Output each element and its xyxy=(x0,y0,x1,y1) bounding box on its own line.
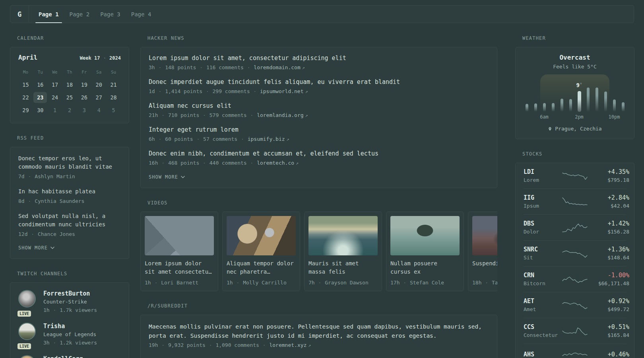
rss-item-title[interactable]: Sed volutpat nulla nisl, a condimentum n… xyxy=(18,212,121,229)
separator-dot: · xyxy=(403,280,407,286)
nav-tab[interactable]: Page 3 xyxy=(100,6,121,23)
separator-dot: · xyxy=(253,88,257,94)
hn-item-title[interactable]: Aliquam nec cursus elit xyxy=(149,101,489,111)
rss-show-more-button[interactable]: SHOW MORE xyxy=(18,245,54,251)
stock-ticker[interactable]: SNRC xyxy=(524,246,562,253)
stock-ticker[interactable]: CCS xyxy=(524,323,562,331)
stock-ticker[interactable]: DBS xyxy=(524,220,562,227)
stock-spark xyxy=(562,325,588,337)
stock-row[interactable]: DBS Dolor +1.42% $156.28 xyxy=(524,214,626,240)
hn-item-domain-link[interactable]: loremdomain.com xyxy=(254,64,300,70)
video-title[interactable]: Nullam posuere cursus ex xyxy=(390,259,460,276)
hn-item-comments-link[interactable]: 299 comments xyxy=(213,88,250,94)
stock-values: +2.84% $42.04 xyxy=(588,194,629,209)
stock-row[interactable]: AHS +0.46% xyxy=(524,344,626,358)
stock-change-percent: +0.92% xyxy=(588,298,629,305)
subreddit-post-comments-link[interactable]: 1,090 comments xyxy=(215,342,259,348)
hn-item-age: 21h xyxy=(149,112,158,118)
stock-values: +0.46% xyxy=(588,351,629,358)
hn-item-title[interactable]: Lorem ipsum dolor sit amet, consectetur … xyxy=(149,54,489,63)
video-age: 1h xyxy=(227,280,233,286)
video-thumbnail[interactable] xyxy=(227,216,296,255)
video-thumbnail[interactable] xyxy=(472,216,497,255)
hn-item-domain-link[interactable]: loremlandia.org xyxy=(257,112,303,118)
subreddit-post-title[interactable]: Maecenas mollis pulvinar erat non posuer… xyxy=(149,322,489,340)
stock-ticker[interactable]: AHS xyxy=(524,351,562,358)
nav-tab[interactable]: Page 4 xyxy=(131,6,152,23)
stock-row[interactable]: AET Amet +0.92% $499.72 xyxy=(524,292,626,318)
subreddit-post-meta: 19h · 9,932 points · 1,090 comments · lo… xyxy=(149,341,489,349)
video-title[interactable]: Suspendisse diam xyxy=(472,259,497,276)
hn-item-title[interactable]: Donec imperdiet augue tincidunt felis al… xyxy=(149,78,489,87)
hn-item-title[interactable]: Integer eget rutrum lorem xyxy=(149,125,489,134)
stock-identity: SNRC Sit xyxy=(524,246,562,261)
twitch-channel-name[interactable]: Trisha xyxy=(43,323,97,330)
stock-row[interactable]: SNRC Sit +1.36% $148.64 xyxy=(524,240,626,266)
hn-item-comments-link[interactable]: 116 comments xyxy=(206,64,244,70)
weather-widget-title: WEATHER xyxy=(522,35,634,41)
stock-change-percent: +0.51% xyxy=(588,323,629,331)
stock-ticker[interactable]: IIG xyxy=(524,194,562,201)
video-title[interactable]: Aliquam tempor dolor nec pharetra… xyxy=(227,259,296,276)
calendar-day: 18 xyxy=(62,78,77,91)
external-link-icon: ↗ xyxy=(296,160,299,166)
twitch-channel-game[interactable]: Counter-Strike xyxy=(43,299,97,305)
separator-dot: · xyxy=(27,173,31,179)
twitch-channel-name[interactable]: ForrestBurton xyxy=(43,290,97,297)
stock-ticker[interactable]: CRN xyxy=(524,272,562,279)
video-title[interactable]: Lorem ipsum dolor sit amet consectetu… xyxy=(145,259,214,276)
video-thumbnail[interactable] xyxy=(390,216,460,255)
video-card[interactable]: Nullam posuere cursus ex 17h · Stefan Co… xyxy=(386,212,464,291)
weekday-label: Sa xyxy=(91,70,106,75)
twitch-channel-name[interactable]: KendallCarr xyxy=(43,355,83,358)
stock-row[interactable]: CCS Consectetur +0.51% $165.84 xyxy=(524,318,626,344)
video-thumbnail[interactable] xyxy=(145,216,214,255)
video-card[interactable]: Suspendisse diam 18h · Tara xyxy=(468,212,497,291)
stock-ticker[interactable]: AET xyxy=(524,298,562,305)
hackernews-show-more-button[interactable]: SHOW MORE xyxy=(149,174,185,180)
stock-change-percent: +2.84% xyxy=(588,194,629,201)
nav-tab[interactable]: Page 2 xyxy=(69,6,90,23)
calendar-card: April Week 17 · 2024 Mo Tu We Th xyxy=(10,47,129,123)
weekday-label: Tu xyxy=(33,70,48,75)
rss-item-title[interactable]: Donec tempor eros leo, ut commodo mauris… xyxy=(18,154,121,171)
stock-company-name: Sit xyxy=(524,255,562,261)
calendar-widget-title: CALENDAR xyxy=(17,35,129,41)
video-age: 17h xyxy=(390,280,400,286)
weather-bar xyxy=(534,103,537,112)
twitch-card: LIVE ForrestBurton Counter-Strike 1h · 1… xyxy=(10,282,129,358)
stock-row[interactable]: LDI Lorem +4.35% $795.18 xyxy=(524,163,626,189)
video-card[interactable]: Lorem ipsum dolor sit amet consectetu… 1… xyxy=(140,212,218,291)
stocks-widget-title: STOCKS xyxy=(522,151,634,157)
weather-location-text: Prague, Czechia xyxy=(555,126,601,132)
video-card[interactable]: Mauris sit amet massa felis 7h · Grayson… xyxy=(304,212,382,291)
rss-item-title[interactable]: In hac habitasse platea xyxy=(18,187,121,196)
twitch-channel-row: LIVE Trisha League of Legends 3h · 1.2k … xyxy=(18,323,121,347)
video-thumbnail[interactable] xyxy=(308,216,378,255)
hn-item-comments-link[interactable]: 57 comments xyxy=(203,136,237,142)
twitch-channel-viewers: 1h · 1.7k viewers xyxy=(43,306,97,314)
hn-item-domain-link[interactable]: loremtech.co xyxy=(257,160,294,166)
content-columns: CALENDAR April Week 17 · 2024 Mo Tu We xyxy=(0,35,644,358)
map-pin-icon xyxy=(548,126,552,132)
stock-price: $795.18 xyxy=(588,177,629,183)
twitch-channel-game[interactable]: League of Legends xyxy=(43,331,97,337)
video-card[interactable]: Aliquam tempor dolor nec pharetra… 1h · … xyxy=(222,212,300,291)
videos-carousel: Lorem ipsum dolor sit amet consectetu… 1… xyxy=(140,212,497,291)
hn-item-title[interactable]: Donec enim nibh, condimentum et accumsan… xyxy=(149,149,489,158)
hn-item-comments-link[interactable]: 579 comments xyxy=(209,112,247,118)
app-logo[interactable]: G xyxy=(10,6,29,23)
subreddit-post-domain-link[interactable]: loremnet.xyz xyxy=(269,342,306,348)
stock-row[interactable]: CRN Bitcorn -1.00% $66,171.48 xyxy=(524,266,626,292)
twitch-avatar-wrap: LIVE xyxy=(18,290,37,314)
nav-tab[interactable]: Page 1 xyxy=(38,6,59,23)
hn-item-comments-link[interactable]: 440 comments xyxy=(209,160,247,166)
stock-row[interactable]: IIG Ipsum +2.84% $42.04 xyxy=(524,189,626,214)
hn-item-domain-link[interactable]: ipsumify.biz xyxy=(248,136,285,142)
stock-ticker[interactable]: LDI xyxy=(524,168,562,175)
video-title[interactable]: Mauris sit amet massa felis xyxy=(308,259,378,276)
separator-dot: · xyxy=(209,342,213,348)
hackernews-card: Lorem ipsum dolor sit amet, consectetur … xyxy=(140,47,497,188)
separator-dot: · xyxy=(202,112,206,118)
hn-item-domain-link[interactable]: ipsumworld.net xyxy=(260,88,304,94)
